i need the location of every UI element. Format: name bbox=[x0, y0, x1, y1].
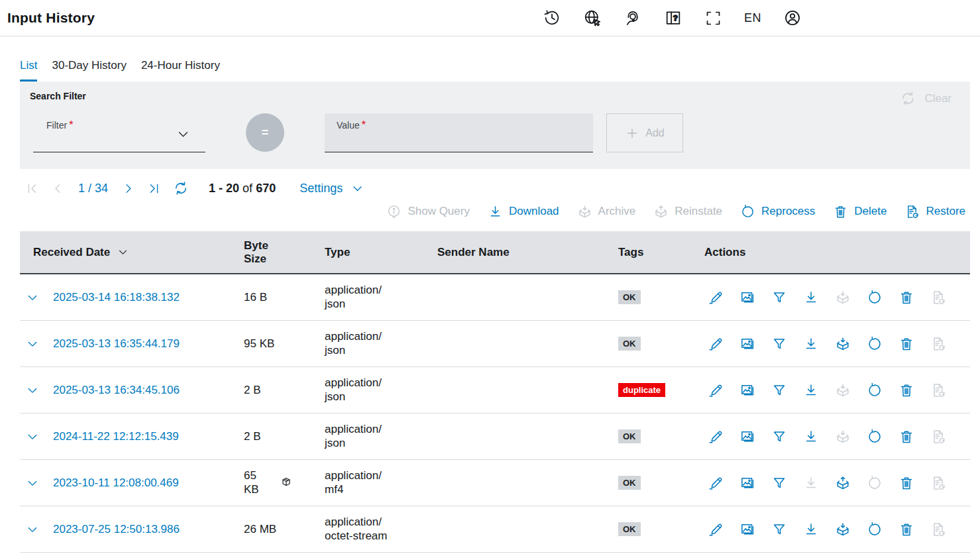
download-button[interactable]: Download bbox=[488, 204, 559, 219]
help-icon[interactable] bbox=[664, 9, 682, 27]
row-actions bbox=[704, 522, 970, 537]
row-expand-button[interactable] bbox=[25, 476, 40, 490]
reinstate-icon bbox=[653, 204, 669, 219]
next-page-button[interactable] bbox=[121, 182, 135, 195]
edit-row-button[interactable] bbox=[708, 522, 724, 537]
reprocess-row-button[interactable] bbox=[867, 336, 883, 352]
column-received-date[interactable]: Received Date bbox=[20, 246, 244, 259]
row-expand-button[interactable] bbox=[25, 290, 40, 305]
edit-row-button[interactable] bbox=[708, 290, 724, 306]
page-title: Input History bbox=[7, 10, 95, 26]
search-filter-title: Search Filter bbox=[30, 91, 86, 101]
edit-row-button[interactable] bbox=[708, 336, 724, 352]
view-image-row-button[interactable] bbox=[739, 336, 755, 352]
download-row-button[interactable] bbox=[803, 290, 819, 306]
view-image-row-button[interactable] bbox=[739, 429, 755, 445]
sort-icon[interactable] bbox=[117, 246, 129, 258]
first-page-button bbox=[25, 182, 39, 195]
download-row-button[interactable] bbox=[803, 336, 819, 352]
received-date-link[interactable]: 2023-10-11 12:08:00.469 bbox=[53, 476, 179, 490]
view-image-row-button[interactable] bbox=[739, 475, 755, 491]
restore-button[interactable]: Restore bbox=[904, 204, 965, 219]
restore-row-button bbox=[930, 475, 946, 491]
table-row: 2023-10-11 12:08:00.469 65 KB applicatio… bbox=[20, 460, 970, 506]
received-date-link[interactable]: 2025-03-13 16:34:45.106 bbox=[53, 384, 180, 397]
row-actions bbox=[704, 475, 970, 491]
view-image-row-button[interactable] bbox=[739, 382, 755, 398]
row-expand-button[interactable] bbox=[25, 337, 40, 351]
archive-row-button[interactable] bbox=[835, 336, 851, 352]
column-byte-size: Byte Size bbox=[244, 239, 325, 265]
refresh-icon bbox=[900, 90, 916, 107]
edit-row-button[interactable] bbox=[708, 429, 724, 445]
row-expand-button[interactable] bbox=[25, 522, 40, 537]
tab-24-hour-history[interactable]: 24-Hour History bbox=[141, 59, 220, 82]
reinstate-row-button[interactable] bbox=[835, 475, 851, 491]
delete-button[interactable]: Delete bbox=[833, 204, 887, 219]
download-row-button[interactable] bbox=[803, 522, 819, 537]
received-date-link[interactable]: 2025-03-14 16:18:38.132 bbox=[53, 291, 180, 304]
tab-30-day-history[interactable]: 30-Day History bbox=[52, 59, 126, 82]
globe-icon[interactable] bbox=[583, 9, 602, 27]
download-icon bbox=[488, 204, 503, 219]
fullscreen-icon[interactable] bbox=[704, 9, 722, 27]
delete-row-button[interactable] bbox=[898, 429, 914, 445]
reprocess-button[interactable]: Reprocess bbox=[740, 204, 815, 219]
download-row-button[interactable] bbox=[803, 382, 819, 398]
add-filter-button: Add bbox=[606, 113, 683, 152]
restore-row-button bbox=[930, 429, 946, 445]
settings-button[interactable]: Settings bbox=[299, 182, 364, 195]
view-image-row-button[interactable] bbox=[739, 290, 755, 306]
status-badge: OK bbox=[618, 522, 641, 536]
value-input[interactable]: Value* bbox=[325, 113, 593, 152]
chevron-down-icon bbox=[25, 383, 40, 398]
operator-badge: = bbox=[246, 113, 284, 152]
received-date-link[interactable]: 2023-07-25 12:50:13.986 bbox=[53, 523, 180, 536]
delete-row-button[interactable] bbox=[898, 290, 914, 306]
reprocess-row-button[interactable] bbox=[867, 429, 883, 445]
download-row-button[interactable] bbox=[803, 429, 819, 445]
filter-row-button[interactable] bbox=[771, 475, 787, 491]
refresh-icon[interactable] bbox=[173, 180, 189, 196]
language-selector[interactable]: EN bbox=[744, 11, 761, 25]
filter-row-button[interactable] bbox=[771, 429, 787, 445]
last-page-button[interactable] bbox=[147, 182, 161, 195]
status-badge: duplicate bbox=[618, 383, 665, 397]
reprocess-row-button[interactable] bbox=[867, 290, 883, 306]
edit-row-button[interactable] bbox=[708, 475, 724, 491]
filter-row-button[interactable] bbox=[771, 290, 787, 306]
row-expand-button[interactable] bbox=[25, 383, 40, 398]
row-expand-button[interactable] bbox=[25, 429, 40, 444]
received-date-link[interactable]: 2024-11-22 12:12:15.439 bbox=[53, 430, 179, 443]
delete-row-button[interactable] bbox=[898, 522, 914, 537]
filter-select[interactable]: Filter* bbox=[33, 113, 205, 152]
view-image-row-button[interactable] bbox=[739, 522, 755, 537]
required-marker: * bbox=[362, 119, 366, 131]
reprocess-row-button[interactable] bbox=[867, 522, 883, 537]
byte-size-value: 95 KB bbox=[244, 337, 274, 351]
chevron-down-icon bbox=[25, 290, 40, 305]
reprocess-row-button[interactable] bbox=[867, 382, 883, 398]
restore-icon bbox=[904, 204, 920, 219]
archive-button: Archive bbox=[577, 204, 636, 219]
archive-row-button[interactable] bbox=[835, 522, 851, 537]
chevron-down-icon bbox=[176, 127, 191, 142]
filter-row-button[interactable] bbox=[771, 522, 787, 537]
delete-row-button[interactable] bbox=[898, 475, 914, 491]
history-icon[interactable] bbox=[543, 9, 561, 27]
received-date-link[interactable]: 2025-03-13 16:35:44.179 bbox=[53, 337, 180, 351]
filter-row-button[interactable] bbox=[771, 336, 787, 352]
delete-row-button[interactable] bbox=[898, 382, 914, 398]
status-badge: OK bbox=[618, 290, 641, 304]
type-value: application/octet-stream bbox=[325, 516, 437, 543]
type-value: application/json bbox=[325, 284, 437, 311]
tab-list[interactable]: List bbox=[20, 59, 37, 82]
trash-icon bbox=[833, 204, 848, 219]
edit-row-button[interactable] bbox=[708, 382, 724, 398]
row-actions bbox=[704, 336, 970, 352]
support-icon[interactable] bbox=[624, 9, 642, 27]
delete-row-button[interactable] bbox=[898, 336, 914, 352]
filter-row-button[interactable] bbox=[771, 382, 787, 398]
package-icon bbox=[280, 476, 293, 490]
user-icon[interactable] bbox=[783, 9, 802, 27]
